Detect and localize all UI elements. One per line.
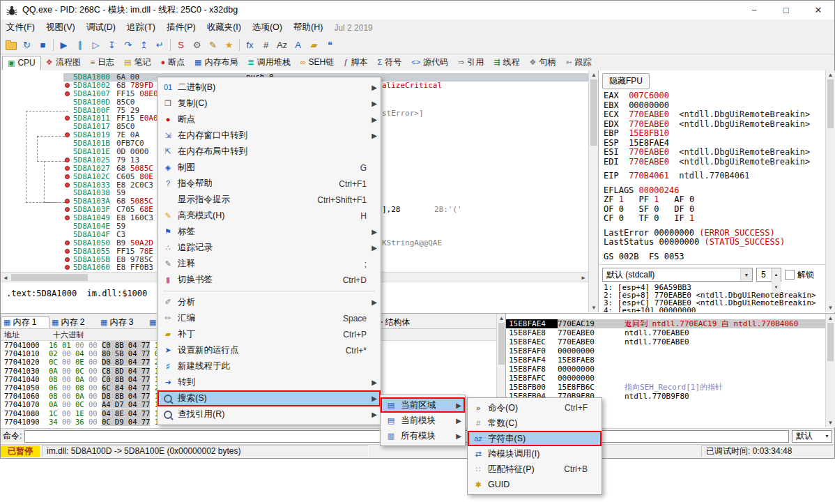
scroll-right-icon[interactable]: ▶ [579, 275, 588, 281]
menubar-item-3[interactable]: 追踪(T) [121, 22, 161, 33]
dump-tab-2[interactable]: ▦内存 2 [49, 316, 98, 328]
tab-breakpoints[interactable]: ●断点 [155, 55, 190, 70]
menu-item-goto[interactable]: ➜转到▶ [158, 374, 381, 390]
scroll-down-icon[interactable]: ▼ [589, 303, 599, 312]
scrollbar-thumb[interactable] [590, 79, 597, 146]
menu-item-show-mnemonic-brief[interactable]: 显示指令提示Ctrl+Shift+F1 [158, 192, 381, 208]
menu-item-intermodular-calls[interactable]: ⇄跨模块调用(I) [468, 446, 602, 461]
tab-graph[interactable]: ❖流程图 [41, 55, 86, 70]
menu-item-command[interactable]: »命令(O)Ctrl+F [468, 400, 602, 415]
calculator-icon[interactable]: fx [242, 37, 258, 52]
breakpoint-dot[interactable] [65, 116, 70, 121]
tab-source[interactable]: <>源代码 [406, 55, 453, 70]
menubar-item-7[interactable]: 帮助(H) [288, 22, 328, 33]
command-mode-select[interactable]: 默认 ▼ [792, 430, 832, 443]
scroll-up-icon[interactable]: ▲ [826, 314, 835, 323]
scroll-up-icon[interactable]: ▲ [589, 70, 599, 79]
menu-item-all-modules[interactable]: ▥所有模块▶ [381, 428, 465, 443]
menu-item-current-module[interactable]: ▤当前模块▶ [381, 413, 465, 428]
menu-item-analysis[interactable]: ✐分析▶ [158, 294, 381, 310]
breakpoint-dot[interactable] [65, 249, 70, 254]
appearance-icon[interactable]: ✎ [205, 37, 221, 52]
breakpoint-dot[interactable] [65, 183, 70, 188]
menu-item-highlighting-mode[interactable]: ✎高亮模式(H)H [158, 208, 381, 224]
menubar-item-0[interactable]: 文件(F) [1, 22, 40, 33]
breakpoint-dot[interactable] [65, 132, 70, 137]
restart-icon[interactable]: ↻ [19, 37, 35, 52]
scrollbar-thumb[interactable] [827, 323, 834, 361]
hide-fpu-button[interactable]: 隐藏FPU [602, 73, 650, 89]
stepper-up-icon[interactable]: ▲ [772, 268, 781, 281]
scroll-up-icon[interactable]: ▲ [826, 70, 835, 79]
menubar-item-4[interactable]: 插件(P) [161, 22, 201, 33]
close-button[interactable]: ✕ [802, 1, 834, 20]
menu-item-current-region[interactable]: ▤当前区域▶ [381, 397, 465, 413]
stepper-buttons[interactable]: ▲▼ [771, 268, 781, 281]
breakpoint-dot[interactable] [65, 240, 70, 245]
stack-row[interactable]: 15E8FAFC00000000 [506, 374, 825, 383]
calling-convention-select[interactable]: 默认 (stdcall) ▼ [602, 268, 753, 282]
patch-icon[interactable]: ▰ [306, 37, 322, 52]
preferences-gear-icon[interactable]: ⚙ [189, 37, 205, 52]
dump-tab-3[interactable]: ▦内存 3 [98, 316, 147, 328]
stepper-down-icon[interactable]: ▼ [772, 281, 781, 293]
favourites-star-icon[interactable]: ★ [221, 37, 237, 52]
menu-item-patch[interactable]: ▰补丁Ctrl+P [158, 326, 381, 342]
menu-item-create-new-thread[interactable]: ♯新建线程于此 [158, 358, 381, 374]
breakpoint-dot[interactable] [65, 158, 70, 162]
tab-seh[interactable]: ∞SEH链 [296, 55, 339, 70]
menu-item-copy[interactable]: ❐复制(C)▶ [158, 96, 381, 112]
maximize-button[interactable]: □ [770, 1, 802, 20]
run-icon[interactable]: ▶ [56, 37, 72, 52]
registers-pane[interactable]: 隐藏FPU EAX 007C6000EBX 00000000ECX 770EAB… [598, 70, 826, 312]
breakpoint-dot[interactable] [65, 265, 70, 270]
tab-references[interactable]: ⇒引用 [453, 55, 489, 70]
breakpoint-dot[interactable] [65, 257, 70, 262]
scroll-down-icon[interactable]: ▼ [826, 418, 835, 427]
step-over-icon[interactable]: ↷ [120, 37, 136, 52]
breakpoint-dot[interactable] [65, 166, 70, 171]
menu-item-follow-in-dump[interactable]: ⇲在内存窗口中转到▶ [158, 128, 381, 144]
stack-row[interactable]: 15E8FAF800000000 [506, 365, 825, 374]
menu-item-search[interactable]: 搜索(S)▶ [158, 390, 381, 406]
dump-tab-8[interactable]: ✚结构体 [374, 316, 426, 328]
breakpoint-dot[interactable] [65, 207, 70, 212]
stack-row[interactable]: 15E8FAF415E8FAE8 [506, 356, 825, 365]
dump-tab-1[interactable]: ▦内存 1 [1, 316, 49, 328]
menu-item-toggle-bookmark[interactable]: ▮切换书签Ctrl+D [158, 272, 381, 288]
tab-script[interactable]: ƒ脚本 [339, 55, 372, 70]
menu-item-set-new-origin[interactable]: ➤设置新的运行点Ctrl+* [158, 342, 381, 358]
menubar-item-5[interactable]: 收藏夹(I) [201, 22, 247, 33]
breakpoint-dot[interactable] [65, 199, 70, 204]
scroll-down-icon[interactable]: ▼ [826, 303, 835, 312]
breakpoint-dot[interactable] [65, 91, 70, 96]
argument-count-stepper[interactable]: 5 ▲▼ [756, 268, 781, 282]
scrollbar-thumb[interactable] [11, 274, 88, 281]
tab-cpu[interactable]: ▣CPU [2, 56, 41, 70]
breakpoint-dot[interactable] [65, 83, 70, 88]
menu-item-trace-record[interactable]: ∴追踪记录▶ [158, 240, 381, 256]
stack-row[interactable]: 15E8FAEC770EABE0ntdll.770EABE0 [506, 337, 825, 346]
registers-vertical-scrollbar[interactable]: ▲ ▼ [825, 70, 835, 312]
execute-till-return-icon[interactable]: ↵ [152, 37, 168, 52]
scylla-icon[interactable]: S [173, 37, 189, 52]
menu-item-label[interactable]: ⚑标签▶ [158, 224, 381, 240]
menu-item-follow-in-memory-map[interactable]: ⇱在内存布局中转到 [158, 144, 381, 160]
menu-item-find-references[interactable]: 查找引用(R)▶ [158, 406, 381, 422]
menu-item-graph[interactable]: ◈制图G [158, 160, 381, 176]
step-out-icon[interactable]: ↥ [136, 37, 152, 52]
tab-call-stack[interactable]: ≣调用堆栈 [243, 55, 296, 70]
menu-item-constant[interactable]: #常数(C) [468, 415, 602, 431]
tab-memory-map[interactable]: ▦内存布局 [190, 55, 243, 70]
stack-row[interactable]: 15E8FB0015E8FB6C指向SEH_Record[1]的指针 [506, 383, 825, 392]
stop-icon[interactable]: ■ [35, 37, 51, 52]
run-trace-icon[interactable]: ▷ [88, 37, 104, 52]
unlock-checkbox[interactable] [785, 270, 795, 280]
assembler-icon[interactable]: A [290, 37, 306, 52]
pattern-hash-icon[interactable]: # [258, 37, 274, 52]
menubar-item-6[interactable]: 选项(O) [247, 22, 288, 33]
scroll-left-icon[interactable]: ◀ [1, 275, 10, 281]
tab-handles[interactable]: ❖句柄 [525, 55, 561, 70]
scrollbar-thumb[interactable] [827, 79, 834, 128]
menu-item-instruction-help[interactable]: ?指令帮助Ctrl+F1 [158, 176, 381, 192]
